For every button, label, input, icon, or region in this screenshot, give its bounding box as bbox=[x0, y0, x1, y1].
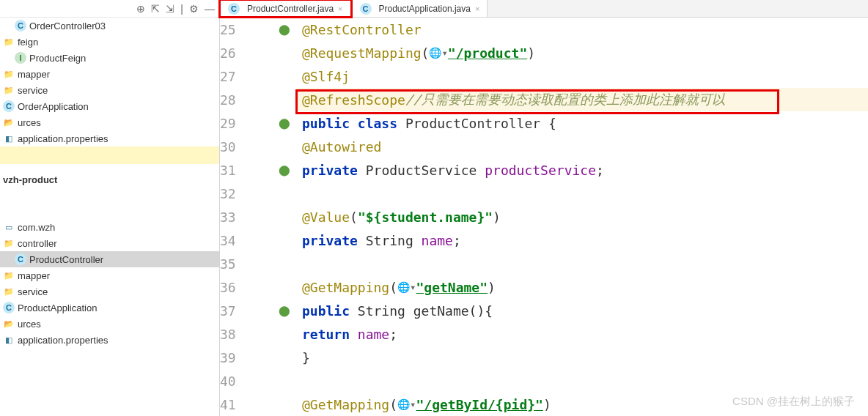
code-line[interactable]: @RequestMapping(🌐▾"/product") bbox=[298, 41, 868, 64]
code-token: "${student.name}" bbox=[358, 209, 493, 225]
globe-icon[interactable]: 🌐▾ bbox=[429, 47, 447, 59]
code-line[interactable]: @RestController bbox=[298, 18, 868, 41]
code-editor[interactable]: 2526272829303132333435363738394041 ⬤⬤⬤⬤ … bbox=[220, 18, 868, 416]
expand-icon[interactable]: ⇱ bbox=[151, 3, 160, 15]
code-token: //只需要在需要动态读取配置的类上添加此注解就可以 bbox=[405, 91, 725, 108]
tree-item-label: OrderApplication bbox=[18, 101, 89, 112]
code-line[interactable]: public class ProductController { bbox=[298, 111, 868, 135]
run-gutter-icon[interactable]: ⬤ bbox=[279, 23, 290, 35]
code-token: @GetMapping bbox=[302, 280, 389, 295]
code-token: ( bbox=[422, 45, 430, 61]
tree-item-label: com.wzh bbox=[18, 222, 55, 233]
tree-item[interactable]: 📂urces bbox=[0, 114, 219, 130]
run-gutter-icon[interactable]: ⬤ bbox=[279, 117, 290, 129]
tree-item-label: urces bbox=[18, 117, 41, 128]
code-line[interactable]: @RefreshScope//只需要在需要动态读取配置的类上添加此注解就可以 bbox=[298, 88, 868, 111]
code-line[interactable] bbox=[298, 182, 868, 205]
properties-icon: ◧ bbox=[3, 133, 15, 144]
folder-icon: 📁 bbox=[3, 84, 15, 96]
code-line[interactable]: @GetMapping(🌐▾"getName") bbox=[298, 275, 868, 299]
line-number: 35 bbox=[220, 252, 270, 275]
tree-item-label: controller bbox=[18, 238, 56, 249]
tree-item[interactable]: COrderController03 bbox=[0, 18, 219, 34]
tree-item[interactable]: 📁service bbox=[0, 283, 219, 300]
target-icon[interactable]: ⊕ bbox=[136, 3, 145, 15]
gutter-mark bbox=[279, 41, 298, 64]
line-number: 29 bbox=[220, 111, 270, 135]
line-number: 31 bbox=[220, 158, 270, 182]
module-header[interactable]: vzh-product bbox=[0, 170, 219, 190]
tree-item[interactable]: CProductApplication bbox=[0, 300, 219, 316]
code-token: name bbox=[422, 233, 453, 248]
code-line[interactable] bbox=[298, 252, 868, 275]
resources-icon: 📂 bbox=[3, 318, 15, 330]
code-line[interactable]: public String getName(){ bbox=[298, 299, 868, 322]
gutter-mark: ⬤ bbox=[279, 18, 298, 41]
tree-item[interactable]: 📁feign bbox=[0, 34, 219, 50]
properties-icon: ◧ bbox=[3, 334, 15, 346]
tree-item-label: mapper bbox=[18, 69, 50, 80]
sidebar-toolbar: ⊕ ⇱ ⇲ | ⚙ — bbox=[0, 0, 219, 18]
tree-item[interactable]: 📂urces bbox=[0, 316, 219, 332]
globe-icon[interactable]: 🌐▾ bbox=[397, 281, 416, 293]
code-token: ) bbox=[527, 45, 535, 61]
class-icon: C bbox=[228, 3, 240, 15]
line-number: 37 bbox=[220, 299, 270, 322]
line-number: 26 bbox=[220, 41, 270, 64]
gutter-mark: ⬤ bbox=[279, 158, 298, 182]
code-line[interactable]: private ProductService productService; bbox=[298, 158, 868, 182]
tree-item[interactable]: 📁mapper bbox=[0, 267, 219, 283]
code-content[interactable]: @RestController@RequestMapping(🌐▾"/produ… bbox=[298, 18, 868, 416]
tree-item-label: ProductFeign bbox=[29, 53, 86, 64]
ide-root: ⊕ ⇱ ⇲ | ⚙ — COrderController03📁feignIPro… bbox=[0, 0, 868, 416]
gear-icon[interactable]: ⚙ bbox=[189, 3, 199, 15]
tree-item[interactable]: ◧application.properties bbox=[0, 130, 219, 146]
line-number: 27 bbox=[220, 64, 270, 88]
gutter-mark bbox=[279, 322, 298, 346]
tree-item-label: feign bbox=[18, 37, 38, 48]
close-icon[interactable]: × bbox=[475, 4, 479, 13]
gutter-mark bbox=[279, 135, 298, 158]
line-number: 32 bbox=[220, 182, 270, 205]
tree-item[interactable]: 📁service bbox=[0, 82, 219, 98]
code-token: String bbox=[366, 233, 422, 248]
globe-icon[interactable]: 🌐▾ bbox=[397, 398, 416, 410]
run-gutter-icon[interactable]: ⬤ bbox=[279, 164, 290, 176]
collapse-icon[interactable]: ⇲ bbox=[166, 3, 174, 15]
tree-item[interactable]: ▭com.wzh bbox=[0, 219, 219, 235]
code-token: @RequestMapping bbox=[302, 45, 422, 61]
tree-item[interactable]: COrderApplication bbox=[0, 98, 219, 114]
editor-area: CProductController.java×CProductApplicat… bbox=[220, 0, 868, 416]
editor-tab[interactable]: CProductController.java× bbox=[218, 0, 353, 18]
gutter-mark bbox=[279, 346, 298, 369]
code-line[interactable]: @Slf4j bbox=[298, 64, 868, 88]
code-token: "/product" bbox=[448, 45, 527, 61]
minimize-icon[interactable]: — bbox=[205, 3, 215, 15]
gutter-mark: ⬤ bbox=[279, 299, 298, 322]
code-line[interactable] bbox=[298, 369, 868, 393]
tree-item[interactable]: 📁controller bbox=[0, 235, 219, 251]
class-icon: C bbox=[3, 302, 15, 313]
tree-item[interactable]: IProductFeign bbox=[0, 50, 219, 66]
code-line[interactable]: } bbox=[298, 346, 868, 369]
code-token: ( bbox=[389, 280, 397, 295]
folder-icon: 📁 bbox=[3, 270, 15, 281]
tree-item[interactable]: CProductController bbox=[0, 251, 219, 267]
gutter-mark bbox=[279, 275, 298, 299]
tree-item[interactable]: 📁mapper bbox=[0, 66, 219, 82]
line-number: 28 bbox=[220, 88, 270, 111]
code-line[interactable]: return name; bbox=[298, 322, 868, 346]
run-gutter-icon[interactable]: ⬤ bbox=[279, 305, 290, 316]
project-tree[interactable]: COrderController03📁feignIProductFeign📁ma… bbox=[0, 18, 219, 416]
code-token: @RefreshScope bbox=[302, 92, 405, 108]
close-icon[interactable]: × bbox=[338, 4, 342, 13]
editor-tab[interactable]: CProductApplication.java× bbox=[353, 0, 488, 17]
tree-item[interactable]: ◧application.properties bbox=[0, 332, 219, 348]
code-line[interactable]: @Value("${student.name}") bbox=[298, 205, 868, 229]
code-token: ) bbox=[488, 280, 496, 295]
code-line[interactable]: private String name; bbox=[298, 229, 868, 252]
class-icon: C bbox=[15, 253, 26, 265]
tree-item-label: ProductController bbox=[29, 254, 103, 265]
code-line[interactable]: @Autowired bbox=[298, 135, 868, 158]
gutter-mark bbox=[279, 369, 298, 393]
